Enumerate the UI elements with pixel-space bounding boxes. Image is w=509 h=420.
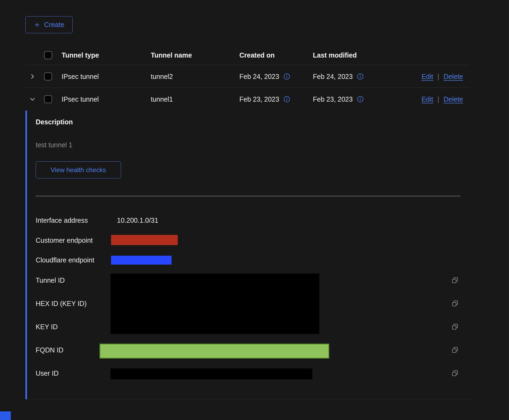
column-header-tunnel-name: Tunnel name [151,51,192,59]
section-divider [36,196,460,196]
delete-link[interactable]: Delete [444,72,463,80]
fqdn-id-redacted-value [99,344,329,359]
action-separator: | [437,72,439,80]
user-id-redacted-value [110,368,312,379]
tunnel-name-value: tunnel1 [151,95,173,103]
edit-link[interactable]: Edit [421,72,433,80]
delete-link[interactable]: Delete [444,95,463,103]
view-health-checks-button[interactable]: View health checks [36,161,121,178]
copy-user-id-button[interactable] [451,369,459,378]
last-modified-value: Feb 23, 2023 [313,95,353,103]
copy-tunnel-id-button[interactable] [451,276,459,285]
collapse-row-button[interactable] [28,94,37,104]
copy-icon [451,346,459,354]
created-on-info-button[interactable] [283,73,290,80]
column-header-last-modified: Last modified [313,51,357,59]
action-separator: | [437,95,439,103]
tunnel-type-value: IPsec tunnel [62,72,99,80]
chevron-down-icon [29,96,36,102]
info-icon [283,96,290,103]
copy-icon [451,323,459,331]
copy-hex-id-button[interactable] [451,300,459,308]
created-on-info-button[interactable] [283,96,290,103]
bottom-left-accent [0,411,11,420]
copy-icon [451,300,459,307]
table-header-row: Tunnel type Tunnel name Created on Last … [25,45,470,65]
description-label: Description [36,118,73,126]
column-header-tunnel-type: Tunnel type [62,51,99,59]
user-id-label: User ID [36,369,59,377]
info-icon [283,73,290,80]
chevron-right-icon [29,73,36,80]
copy-icon [451,276,459,284]
copy-key-id-button[interactable] [451,323,459,331]
last-modified-value: Feb 24, 2023 [313,72,353,80]
table-row: IPsec tunnel tunnel1 Feb 23, 2023 Feb 23… [25,88,470,111]
cloudflare-endpoint-redacted-value [111,256,172,265]
create-button-label: Create [44,21,64,29]
panel-accent-bar [25,111,27,399]
tunnel-type-value: IPsec tunnel [62,95,99,103]
tunnels-table: Tunnel type Tunnel name Created on Last … [25,45,470,111]
tunnel-detail-panel: Description test tunnel 1 View health ch… [25,111,470,399]
column-header-created-on: Created on [239,51,275,59]
row-checkbox[interactable] [44,95,52,103]
copy-icon [451,369,459,377]
last-modified-info-button[interactable] [357,73,364,80]
description-value: test tunnel 1 [36,141,72,149]
copy-fqdn-id-button[interactable] [451,346,459,354]
created-on-value: Feb 24, 2023 [239,72,279,80]
interface-address-value: 10.200.1.0/31 [117,216,158,224]
hex-id-label: HEX ID (KEY ID) [36,300,86,308]
info-icon [357,73,364,80]
interface-address-label: Interface address [36,216,88,224]
customer-endpoint-redacted-value [111,235,178,245]
tunnel-name-value: tunnel2 [151,72,173,80]
select-all-checkbox[interactable] [44,51,52,59]
customer-endpoint-label: Customer endpoint [36,236,93,244]
tunnel-id-label: Tunnel ID [36,276,65,284]
info-icon [357,96,364,103]
edit-link[interactable]: Edit [421,95,433,103]
tunnel-id-redacted-value [110,274,319,334]
expand-row-button[interactable] [28,72,37,81]
create-button[interactable]: Create [25,16,73,33]
row-checkbox[interactable] [44,72,52,81]
key-id-label: KEY ID [36,323,58,331]
cloudflare-endpoint-label: Cloudflare endpoint [36,256,94,264]
last-modified-info-button[interactable] [357,96,364,103]
created-on-value: Feb 23, 2023 [239,95,279,103]
fqdn-id-label: FQDN ID [36,346,63,354]
table-row: IPsec tunnel tunnel2 Feb 24, 2023 Feb 24… [25,65,470,88]
plus-icon [34,22,40,28]
